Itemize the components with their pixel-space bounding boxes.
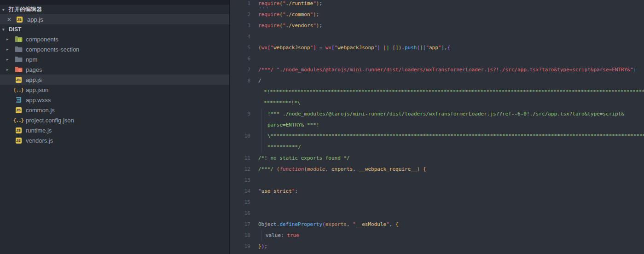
- code-line-1[interactable]: 1require("./runtime");: [230, 0, 644, 9]
- json-braces-glyph: {..}: [13, 87, 24, 93]
- code-line-content: *!**************************************…: [258, 87, 644, 98]
- file-label: components-section: [26, 46, 79, 53]
- line-number: 5: [230, 42, 250, 53]
- code-token: ": [313, 23, 316, 29]
- folder-icon: [14, 56, 23, 63]
- code-token: true: [287, 232, 299, 238]
- chevron-right-icon[interactable]: ▸: [6, 67, 14, 72]
- open-editors-section-header[interactable]: ▾ 打开的编辑器: [0, 5, 229, 14]
- code-line-9[interactable]: 9!*** ./node_modules/@tarojs/mini-runner…: [230, 109, 644, 120]
- sidebar-item-components[interactable]: ▸components: [0, 34, 229, 44]
- code-token: ": [283, 12, 286, 17]
- chevron-right-icon[interactable]: ▸: [6, 47, 14, 52]
- code-token: :: [281, 232, 287, 238]
- js-file-icon: JS: [14, 127, 23, 134]
- code-line-8[interactable]: 8/: [230, 75, 644, 87]
- code-token: [: [420, 45, 423, 51]
- js-file-icon: JS: [14, 106, 23, 114]
- code-token: require: [258, 12, 279, 17]
- code-line-content: /*! no static exports found */: [258, 153, 644, 164]
- code-token: /*! no static exports found */: [258, 155, 350, 161]
- code-line-wrap[interactable]: parse=ENTRY& ***!: [230, 120, 644, 131]
- indent-guide: [261, 131, 262, 142]
- code-line-wrap[interactable]: *!**************************************…: [230, 87, 644, 98]
- code-line-18[interactable]: 18value: true: [230, 230, 644, 241]
- open-editor-item-app-js[interactable]: ✕ JS app.js: [0, 14, 229, 24]
- code-line-12[interactable]: 12/***/ (function(module, exports, __web…: [230, 164, 644, 175]
- sidebar-item-vendors-js[interactable]: JSvendors.js: [0, 135, 229, 145]
- code-token: ": [426, 45, 429, 51]
- code-line-content: [258, 197, 644, 208]
- code-editor[interactable]: 1require("./runtime");2require("./common…: [229, 0, 644, 254]
- code-line-content: *********!*\: [258, 98, 644, 109]
- code-line-content: parse=ENTRY& ***!: [258, 120, 644, 131]
- js-file-icon: JS: [14, 137, 23, 144]
- line-number: 18: [230, 230, 250, 241]
- code-line-wrap[interactable]: *********!*\: [230, 98, 644, 109]
- code-token: (: [279, 23, 283, 29]
- sidebar-item-npm[interactable]: ▸npm: [0, 54, 229, 64]
- code-token: ;: [316, 12, 319, 17]
- code-token: (: [322, 221, 325, 227]
- code-token: [: [331, 45, 335, 51]
- sidebar-item-app-json[interactable]: {..}app.json: [0, 85, 229, 95]
- code-line-content: /: [258, 75, 644, 87]
- code-line-wrap[interactable]: **********/: [230, 142, 644, 153]
- code-token: wx: [261, 45, 267, 51]
- code-token: ": [258, 188, 261, 194]
- chevron-down-icon[interactable]: ▾: [2, 27, 9, 32]
- js-badge-glyph: JS: [16, 77, 22, 83]
- sidebar-top-strip: [0, 0, 229, 5]
- code-line-3[interactable]: 3require("./vendors");: [230, 20, 644, 31]
- line-number: [230, 120, 250, 131]
- code-line-19[interactable]: 19});: [230, 241, 644, 252]
- sidebar-item-pages[interactable]: ▸pages: [0, 64, 229, 75]
- code-token: ;: [264, 243, 267, 249]
- chevron-right-icon[interactable]: ▸: [6, 57, 14, 62]
- line-number: [230, 98, 250, 109]
- code-line-14[interactable]: 14"use strict";: [230, 186, 644, 197]
- fold-ellipsis[interactable]: ···: [259, 6, 269, 11]
- sidebar-item-app-wxss[interactable]: app.wxss: [0, 95, 229, 105]
- sidebar-item-project-config-json[interactable]: {..}project.config.json: [0, 115, 229, 125]
- code-token: ]: [377, 45, 380, 51]
- code-token: function: [279, 166, 304, 172]
- code-token: =: [316, 45, 325, 51]
- file-label: app.js: [26, 76, 42, 83]
- code-line-content: require("./common");: [258, 9, 644, 20]
- code-line-5[interactable]: 5(wx["webpackJsonp"] = wx["webpackJsonp"…: [230, 42, 644, 53]
- code-token: ./runtime: [286, 0, 313, 6]
- code-line-15[interactable]: 15: [230, 197, 644, 208]
- code-token: [: [267, 45, 271, 51]
- close-icon[interactable]: ✕: [6, 17, 12, 23]
- chevron-down-icon[interactable]: ▾: [2, 7, 9, 12]
- line-number: 8: [230, 75, 250, 87]
- code-token: ,: [325, 166, 331, 172]
- line-number: 15: [230, 197, 250, 208]
- line-number: 11: [230, 153, 250, 164]
- code-line-11[interactable]: 11/*! no static exports found */: [230, 153, 644, 164]
- code-line-2[interactable]: 2require("./common");: [230, 9, 644, 20]
- code-line-content: (wx["webpackJsonp"] = wx["webpackJsonp"]…: [258, 42, 644, 53]
- code-line-16[interactable]: 16: [230, 208, 644, 219]
- code-token: /***/ "./node_modules/@tarojs/mini-runne…: [258, 67, 633, 73]
- dist-section-header[interactable]: ▾ DIST: [0, 24, 229, 34]
- chevron-right-icon[interactable]: ▸: [6, 37, 14, 41]
- code-token: exports: [325, 221, 347, 227]
- js-file-icon: JS: [14, 76, 23, 83]
- sidebar-item-common-js[interactable]: JScommon.js: [0, 105, 229, 115]
- sidebar-item-runtime-js[interactable]: JSruntime.js: [0, 125, 229, 135]
- code-token: .: [401, 45, 405, 51]
- line-number: 13: [230, 175, 250, 186]
- code-line-17[interactable]: 17Object.defineProperty(exports, "__esMo…: [230, 219, 644, 230]
- sidebar-item-components-section[interactable]: ▸components-section: [0, 44, 229, 54]
- code-line-7[interactable]: 7/***/ "./node_modules/@tarojs/mini-runn…: [230, 64, 644, 75]
- line-number: 1: [230, 0, 250, 9]
- code-line-13[interactable]: 13: [230, 175, 644, 186]
- code-token: ,: [389, 221, 395, 227]
- indent-guide: [261, 230, 262, 241]
- code-line-4[interactable]: 4: [230, 31, 644, 42]
- code-line-6[interactable]: 6: [230, 53, 644, 64]
- sidebar-item-app-js[interactable]: JSapp.js: [0, 75, 229, 85]
- code-line-10[interactable]: 10\*************************************…: [230, 131, 644, 142]
